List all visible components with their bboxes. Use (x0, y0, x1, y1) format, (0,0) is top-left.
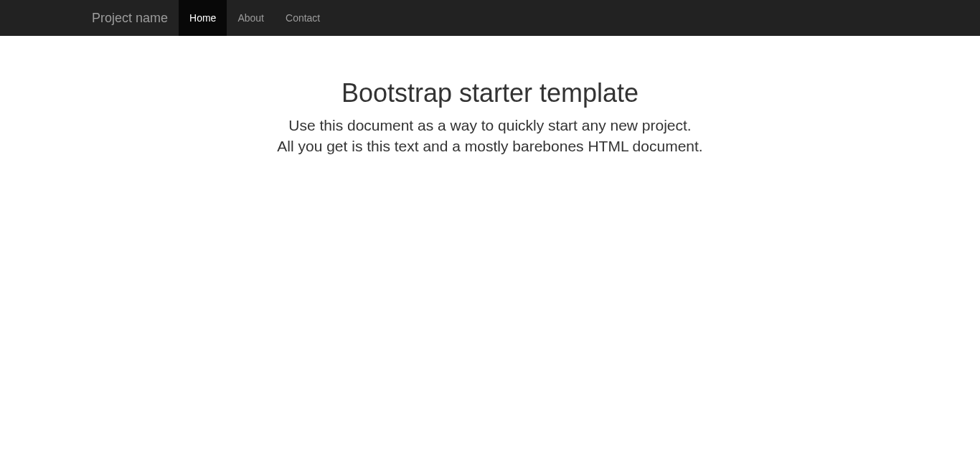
nav-item-contact[interactable]: Contact (275, 0, 331, 36)
nav-link-contact[interactable]: Contact (275, 0, 331, 36)
starter-template: Bootstrap starter template Use this docu… (81, 36, 899, 199)
nav-item-home[interactable]: Home (179, 0, 227, 36)
nav-link-about[interactable]: About (227, 0, 275, 36)
navbar-nav: Home About Contact (179, 0, 331, 36)
nav-item-about[interactable]: About (227, 0, 275, 36)
nav-link-home[interactable]: Home (179, 0, 227, 36)
lead-line-2: All you get is this text and a mostly ba… (277, 138, 702, 154)
lead-text: Use this document as a way to quickly st… (92, 115, 888, 157)
main-container: Bootstrap starter template Use this docu… (70, 36, 910, 199)
navbar-brand[interactable]: Project name (81, 0, 179, 36)
lead-line-1: Use this document as a way to quickly st… (288, 117, 691, 133)
navbar: Project name Home About Contact (0, 0, 980, 36)
page-heading: Bootstrap starter template (92, 79, 888, 108)
